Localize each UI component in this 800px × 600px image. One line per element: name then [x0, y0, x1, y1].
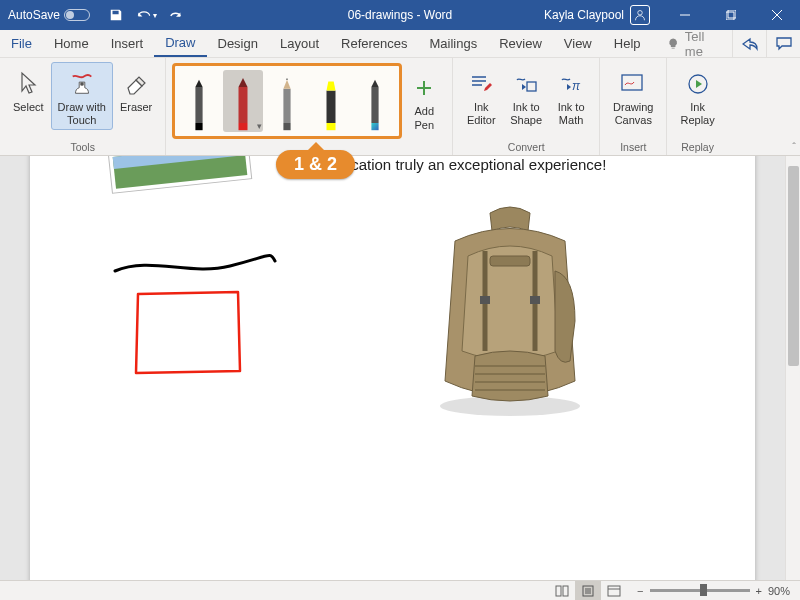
zoom-slider-knob[interactable]	[700, 584, 707, 596]
eraser-icon	[124, 67, 148, 101]
cursor-icon	[18, 67, 38, 101]
user-name: Kayla Claypool	[544, 8, 624, 22]
svg-point-0	[638, 11, 643, 16]
user-account[interactable]: Kayla Claypool	[532, 5, 662, 25]
ink-to-math-button[interactable]: π Ink to Math	[549, 62, 593, 130]
share-button[interactable]	[732, 30, 766, 57]
ink-editor-label: Ink Editor	[467, 101, 496, 127]
ink-to-shape-label: Ink to Shape	[510, 101, 542, 127]
user-avatar-icon	[630, 5, 650, 25]
group-replay-label: Replay	[681, 139, 714, 153]
ink-editor-icon	[469, 67, 493, 101]
autosave-toggle[interactable]: AutoSave	[0, 8, 98, 22]
select-label: Select	[13, 101, 44, 114]
tab-design[interactable]: Design	[207, 30, 269, 57]
ink-to-shape-button[interactable]: Ink to Shape	[503, 62, 549, 130]
pencil-gray[interactable]	[267, 70, 307, 132]
scrollbar-thumb[interactable]	[788, 166, 799, 366]
svg-rect-28	[530, 296, 540, 304]
replay-icon	[686, 67, 710, 101]
svg-text:π: π	[572, 79, 581, 93]
svg-rect-26	[490, 256, 530, 266]
tab-home[interactable]: Home	[43, 30, 100, 57]
svg-rect-2	[726, 12, 734, 20]
group-pens: ▾ Add Pen	[166, 58, 453, 155]
tab-mailings[interactable]: Mailings	[419, 30, 489, 57]
status-bar: − + 90%	[0, 580, 800, 600]
inserted-photo	[105, 156, 255, 196]
tell-me-search[interactable]: Tell me	[656, 30, 732, 57]
draw-with-touch-button[interactable]: Draw with Touch	[51, 62, 113, 130]
save-button[interactable]	[102, 1, 130, 29]
svg-rect-8	[239, 123, 248, 130]
minimize-button[interactable]	[662, 0, 708, 30]
tab-file[interactable]: File	[0, 30, 43, 57]
tab-insert[interactable]: Insert	[100, 30, 155, 57]
ink-to-math-label: Ink to Math	[558, 101, 585, 127]
select-button[interactable]: Select	[6, 62, 51, 117]
document-area[interactable]: r next vacation truly an exceptional exp…	[0, 156, 785, 580]
tab-layout[interactable]: Layout	[269, 30, 330, 57]
zoom-in-button[interactable]: +	[756, 585, 762, 597]
pen-black[interactable]	[179, 70, 219, 132]
svg-rect-11	[372, 123, 379, 130]
document-page: r next vacation truly an exceptional exp…	[30, 156, 755, 580]
comments-button[interactable]	[766, 30, 800, 57]
view-web-layout[interactable]	[601, 581, 627, 601]
ink-rectangle-red	[130, 286, 250, 386]
zoom-slider[interactable]	[650, 589, 750, 592]
svg-rect-27	[480, 296, 490, 304]
ribbon-tabs: File Home Insert Draw Design Layout Refe…	[0, 30, 800, 58]
group-convert: Ink Editor Ink to Shape π Ink to Math Co…	[453, 58, 600, 155]
tab-view[interactable]: View	[553, 30, 603, 57]
title-bar: AutoSave ▾ 06-drawings - Word Kayla Clay…	[0, 0, 800, 30]
ink-replay-button[interactable]: Ink Replay	[673, 62, 721, 130]
draw-touch-label: Draw with Touch	[58, 101, 106, 127]
ink-editor-button[interactable]: Ink Editor	[459, 62, 503, 130]
svg-rect-30	[563, 586, 568, 596]
tab-references[interactable]: References	[330, 30, 418, 57]
ink-to-math-icon: π	[559, 67, 583, 101]
svg-rect-35	[608, 586, 620, 596]
vertical-scrollbar[interactable]	[785, 156, 800, 580]
pen-galaxy[interactable]	[355, 70, 395, 132]
collapse-ribbon-button[interactable]: ˆ	[792, 141, 796, 153]
ribbon-draw: Select Draw with Touch Eraser Tools ▾	[0, 58, 800, 156]
restore-button[interactable]	[708, 0, 754, 30]
group-convert-label: Convert	[508, 139, 545, 153]
add-pen-label: Add Pen	[414, 105, 434, 131]
tab-draw[interactable]: Draw	[154, 30, 206, 57]
tab-help[interactable]: Help	[603, 30, 652, 57]
view-read-mode[interactable]	[549, 581, 575, 601]
add-pen-button[interactable]: Add Pen	[402, 66, 446, 134]
svg-rect-16	[622, 75, 642, 90]
group-insert-label: Insert	[620, 139, 646, 153]
svg-rect-10	[327, 123, 336, 130]
tab-review[interactable]: Review	[488, 30, 553, 57]
plus-icon	[415, 71, 433, 105]
close-button[interactable]	[754, 0, 800, 30]
group-tools-label: Tools	[70, 139, 95, 153]
svg-point-6	[80, 82, 84, 86]
view-print-layout[interactable]	[575, 581, 601, 601]
svg-rect-29	[556, 586, 561, 596]
eraser-button[interactable]: Eraser	[113, 62, 159, 117]
ink-to-shape-icon	[514, 67, 538, 101]
ink-replay-label: Ink Replay	[680, 101, 714, 127]
tutorial-callout: 1 & 2	[276, 150, 355, 179]
toggle-off-icon	[64, 9, 90, 21]
zoom-out-button[interactable]: −	[637, 585, 643, 597]
eraser-label: Eraser	[120, 101, 152, 114]
touch-draw-icon	[69, 67, 95, 101]
undo-button[interactable]: ▾	[132, 1, 160, 29]
pen-red[interactable]: ▾	[223, 70, 263, 132]
highlighter-yellow[interactable]	[311, 70, 351, 132]
redo-button[interactable]	[162, 1, 190, 29]
chevron-down-icon[interactable]: ▾	[257, 121, 262, 131]
group-replay: Ink Replay Replay	[667, 58, 727, 155]
lightbulb-icon	[667, 37, 679, 51]
canvas-icon	[620, 67, 646, 101]
zoom-level[interactable]: 90%	[768, 585, 790, 597]
pen-gallery: ▾	[172, 63, 402, 139]
drawing-canvas-button[interactable]: Drawing Canvas	[606, 62, 660, 130]
